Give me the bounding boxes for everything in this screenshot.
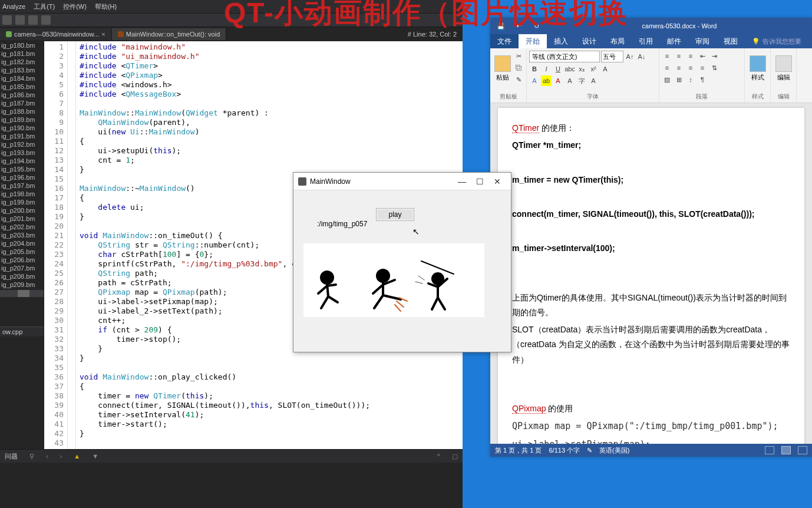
align-center-icon[interactable]: ≡ xyxy=(674,62,684,73)
sidebar-scrollbar[interactable] xyxy=(0,290,44,297)
project-explorer[interactable]: ig_p180.bmig_p181.bmig_p182.bmig_p183.bm… xyxy=(0,41,44,449)
font-name-select[interactable] xyxy=(529,51,600,62)
tab-layout[interactable]: 布局 xyxy=(603,34,632,48)
tab-design[interactable]: 设计 xyxy=(575,34,603,48)
document-area[interactable]: QTimer 的使用： QTimer *m_timer; m_timer = n… xyxy=(490,103,812,444)
language-indicator[interactable]: 英语(美国) xyxy=(599,446,629,455)
font-color-icon[interactable]: A xyxy=(553,75,563,86)
tab-review[interactable]: 审阅 xyxy=(688,34,717,48)
funnel-icon[interactable]: ▼ xyxy=(92,453,98,460)
file-item[interactable]: ig_p185.bm xyxy=(0,83,44,91)
menu-analyze[interactable]: Analyze xyxy=(2,3,25,10)
tab-view[interactable]: 视图 xyxy=(717,34,745,48)
filter-icon[interactable]: ⚲ xyxy=(29,453,34,460)
file-item[interactable]: ig_p201.bm xyxy=(0,215,44,223)
tab-mail[interactable]: 邮件 xyxy=(660,34,688,48)
web-layout-icon[interactable] xyxy=(798,446,807,454)
sidebar-icon[interactable] xyxy=(41,15,51,25)
numbering-icon[interactable]: ≡ xyxy=(674,51,684,61)
next-icon[interactable]: › xyxy=(60,453,62,460)
warning-icon[interactable]: ▲ xyxy=(74,453,80,460)
underline-button[interactable]: U xyxy=(553,64,563,74)
menu-widgets[interactable]: 控件(W) xyxy=(63,2,87,11)
line-spacing-icon[interactable]: ⇅ xyxy=(709,62,719,73)
file-item[interactable]: ig_p181.bm xyxy=(0,50,44,58)
split-icon[interactable] xyxy=(28,15,38,25)
file-item[interactable]: ig_p206.bm xyxy=(0,256,44,264)
highlight-icon[interactable]: ab xyxy=(541,75,552,86)
shading-icon[interactable]: ▨ xyxy=(662,74,672,85)
file-item[interactable]: ig_p200.bm xyxy=(0,206,44,215)
multilevel-icon[interactable]: ≡ xyxy=(685,51,696,61)
close-panel-icon[interactable]: ▢ xyxy=(452,453,458,460)
file-item[interactable]: ig_p205.bm xyxy=(0,248,44,256)
cut-icon[interactable]: ✂ xyxy=(513,51,524,61)
file-item[interactable]: ig_p180.bm xyxy=(0,41,44,50)
close-icon[interactable]: × xyxy=(101,31,105,38)
file-item[interactable]: ig_p192.bm xyxy=(0,140,44,149)
proofing-icon[interactable]: ✎ xyxy=(587,447,592,454)
superscript-button[interactable]: x² xyxy=(588,64,599,74)
menu-help[interactable]: 帮助(H) xyxy=(95,2,117,11)
show-marks-icon[interactable]: ¶ xyxy=(697,74,708,85)
file-item[interactable]: ig_p191.bm xyxy=(0,132,44,140)
file-item[interactable]: ig_p193.bm xyxy=(0,149,44,157)
text-effects-icon[interactable]: A xyxy=(529,75,540,86)
copy-icon[interactable]: ⿻ xyxy=(513,62,524,73)
file-item[interactable]: ig_p183.bm xyxy=(0,66,44,74)
strike-button[interactable]: abc xyxy=(565,64,575,74)
play-button[interactable]: play xyxy=(376,208,414,221)
char-border-icon[interactable]: 字 xyxy=(576,75,587,86)
editor-tab-2[interactable]: MainWindow::on_timeOut(): void xyxy=(112,28,227,40)
bold-button[interactable]: B xyxy=(529,64,540,74)
italic-button[interactable]: I xyxy=(541,64,552,74)
clear-format-icon[interactable]: A xyxy=(600,64,610,74)
indent-inc-icon[interactable]: ⇥ xyxy=(709,51,719,61)
file-item[interactable]: ig_p190.bm xyxy=(0,124,44,132)
tab-insert[interactable]: 插入 xyxy=(547,34,575,48)
find-button[interactable]: 编辑 xyxy=(773,51,794,86)
fold-column[interactable] xyxy=(68,41,76,449)
file-item[interactable]: ig_p194.bm xyxy=(0,157,44,165)
grow-font-icon[interactable]: A↑ xyxy=(625,51,635,62)
file-item[interactable]: ig_p197.bm xyxy=(0,182,44,190)
file-item[interactable]: ig_p187.bm xyxy=(0,99,44,107)
styles-button[interactable]: 样式 xyxy=(747,51,768,86)
file-item[interactable]: ig_p209.bm xyxy=(0,281,44,289)
menu-tools[interactable]: 工具(T) xyxy=(34,2,55,11)
file-item[interactable]: ig_p182.bm xyxy=(0,58,44,66)
tab-file[interactable]: 文件 xyxy=(490,34,519,48)
file-item[interactable]: ig_p202.bm xyxy=(0,223,44,231)
file-item[interactable]: ig_p196.bm xyxy=(0,173,44,182)
file-item[interactable]: ig_p189.bm xyxy=(0,116,44,124)
document-page[interactable]: QTimer 的使用： QTimer *m_timer; m_timer = n… xyxy=(498,108,804,444)
file-item[interactable]: ig_p208.bm xyxy=(0,272,44,281)
maximize-button[interactable]: ☐ xyxy=(471,177,488,186)
minimize-button[interactable]: — xyxy=(453,177,471,186)
file-item[interactable]: ig_p195.bm xyxy=(0,165,44,173)
file-item[interactable]: ig_p207.bm xyxy=(0,264,44,272)
tab-ref[interactable]: 引用 xyxy=(632,34,660,48)
back-icon[interactable] xyxy=(2,15,12,25)
problems-tab[interactable]: 问题 xyxy=(5,452,18,461)
read-mode-icon[interactable] xyxy=(765,446,774,454)
bullets-icon[interactable]: ≡ xyxy=(662,51,672,61)
file-item[interactable]: ig_p203.bm xyxy=(0,231,44,239)
file-item[interactable]: ig_p199.bm xyxy=(0,198,44,206)
font-size-select[interactable] xyxy=(601,51,623,62)
shrink-font-icon[interactable]: A↓ xyxy=(636,51,647,62)
qt-titlebar[interactable]: MainWindow — ☐ ✕ xyxy=(293,173,511,190)
indent-dec-icon[interactable]: ⇤ xyxy=(697,51,708,61)
format-painter-icon[interactable]: ✎ xyxy=(513,74,524,85)
align-right-icon[interactable]: ≡ xyxy=(685,62,696,73)
word-count[interactable]: 6/113 个字 xyxy=(549,446,580,455)
borders-icon[interactable]: ⊞ xyxy=(674,74,684,85)
collapse-icon[interactable]: ^ xyxy=(437,453,440,460)
file-item[interactable]: ig_p184.bm xyxy=(0,74,44,83)
page-indicator[interactable]: 第 1 页，共 1 页 xyxy=(495,446,542,455)
file-item[interactable]: ig_p188.bm xyxy=(0,107,44,116)
print-layout-icon[interactable] xyxy=(781,446,791,454)
editor-tab-1[interactable]: camera---0530/mainwindow... × xyxy=(0,28,112,40)
justify-icon[interactable]: ≡ xyxy=(697,62,708,73)
phonetic-icon[interactable]: A xyxy=(565,75,575,86)
